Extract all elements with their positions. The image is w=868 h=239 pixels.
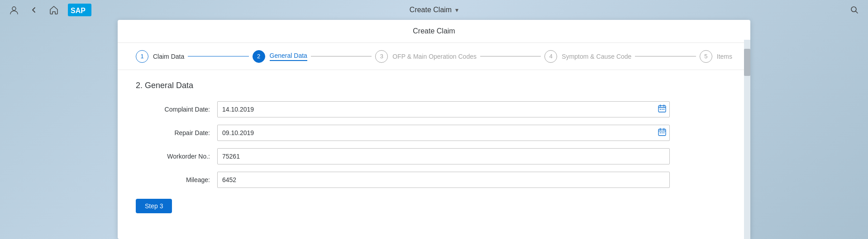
step-1-label: Claim Data xyxy=(153,53,184,60)
input-wrap-mileage xyxy=(217,172,670,188)
step-connector-1-2 xyxy=(188,56,248,56)
complaint-date-calendar-icon[interactable] xyxy=(658,104,666,114)
wizard-step-2[interactable]: 2 General Data xyxy=(253,50,307,63)
wizard-step-5[interactable]: 5 Items xyxy=(700,50,732,63)
step-2-label: General Data xyxy=(270,52,307,61)
svg-rect-5 xyxy=(660,109,661,110)
step-4-circle: 4 xyxy=(544,50,557,63)
wizard-steps: 1 Claim Data 2 General Data 3 OFP & Main… xyxy=(118,43,750,70)
wizard-step-4[interactable]: 4 Symptom & Cause Code xyxy=(544,50,631,63)
step3-button[interactable]: Step 3 xyxy=(136,199,172,213)
scrollbar[interactable] xyxy=(744,40,750,239)
wizard-step-3[interactable]: 3 OFP & Main Operation Codes xyxy=(375,50,477,63)
repair-date-calendar-icon[interactable] xyxy=(658,128,666,138)
content-area: 2. General Data Complaint Date: Repair D… xyxy=(118,70,750,239)
form-row-mileage: Mileage: xyxy=(136,172,732,188)
input-wrap-workorder-no xyxy=(217,148,670,164)
sap-logo: SAP xyxy=(68,4,91,16)
label-complaint-date: Complaint Date: xyxy=(136,106,217,113)
step-connector-3-4 xyxy=(480,56,541,56)
repair-date-input[interactable] xyxy=(217,125,670,141)
form-row-workorder-no: Workorder No.: xyxy=(136,148,732,164)
app-title: Create Claim xyxy=(410,6,452,14)
card-header: Create Claim xyxy=(118,20,750,43)
search-button[interactable] xyxy=(848,4,861,16)
step-1-circle: 1 xyxy=(136,50,148,63)
step-5-label: Items xyxy=(717,53,732,60)
step-3-circle: 3 xyxy=(375,50,388,63)
input-wrap-repair-date xyxy=(217,125,670,141)
svg-rect-9 xyxy=(660,132,661,133)
form-fields: Complaint Date: Repair Date: Workorder N… xyxy=(136,101,732,188)
label-repair-date: Repair Date: xyxy=(136,129,217,136)
svg-point-0 xyxy=(12,7,16,10)
svg-rect-11 xyxy=(663,132,664,133)
svg-text:SAP: SAP xyxy=(71,7,86,14)
svg-rect-6 xyxy=(662,109,663,110)
step-2-number: 2 xyxy=(257,53,260,60)
home-button[interactable] xyxy=(47,3,61,17)
complaint-date-input[interactable] xyxy=(217,101,670,117)
top-bar: SAP Create Claim ▾ xyxy=(0,0,868,20)
workorder-no-input[interactable] xyxy=(217,148,670,164)
back-button[interactable] xyxy=(28,4,40,16)
form-row-repair-date: Repair Date: xyxy=(136,125,732,141)
step-4-label: Symptom & Cause Code xyxy=(562,53,631,60)
step-connector-2-3 xyxy=(311,56,372,56)
label-workorder-no: Workorder No.: xyxy=(136,153,217,160)
form-row-complaint-date: Complaint Date: xyxy=(136,101,732,117)
step-4-number: 4 xyxy=(549,53,553,60)
step-5-number: 5 xyxy=(704,53,707,60)
input-wrap-complaint-date xyxy=(217,101,670,117)
scrollbar-thumb[interactable] xyxy=(744,49,750,76)
top-bar-title-area: Create Claim ▾ xyxy=(410,6,458,14)
top-bar-left: SAP xyxy=(7,3,91,17)
mileage-input[interactable] xyxy=(217,172,670,188)
step-3-number: 3 xyxy=(380,53,383,60)
title-dropdown-arrow[interactable]: ▾ xyxy=(455,6,458,14)
wizard-step-1[interactable]: 1 Claim Data xyxy=(136,50,184,63)
user-icon-button[interactable] xyxy=(7,3,21,17)
label-mileage: Mileage: xyxy=(136,176,217,183)
step-1-number: 1 xyxy=(140,53,143,60)
step-3-label: OFP & Main Operation Codes xyxy=(392,53,477,60)
svg-rect-7 xyxy=(663,109,664,110)
top-bar-right xyxy=(848,4,861,16)
card-header-title: Create Claim xyxy=(413,27,455,35)
step-2-circle: 2 xyxy=(253,50,265,63)
svg-rect-10 xyxy=(662,132,663,133)
main-card: Create Claim 1 Claim Data 2 General Data xyxy=(118,20,750,239)
step-5-circle: 5 xyxy=(700,50,712,63)
section-title: 2. General Data xyxy=(136,81,732,90)
step-connector-4-5 xyxy=(635,56,696,56)
svg-point-3 xyxy=(851,7,856,12)
